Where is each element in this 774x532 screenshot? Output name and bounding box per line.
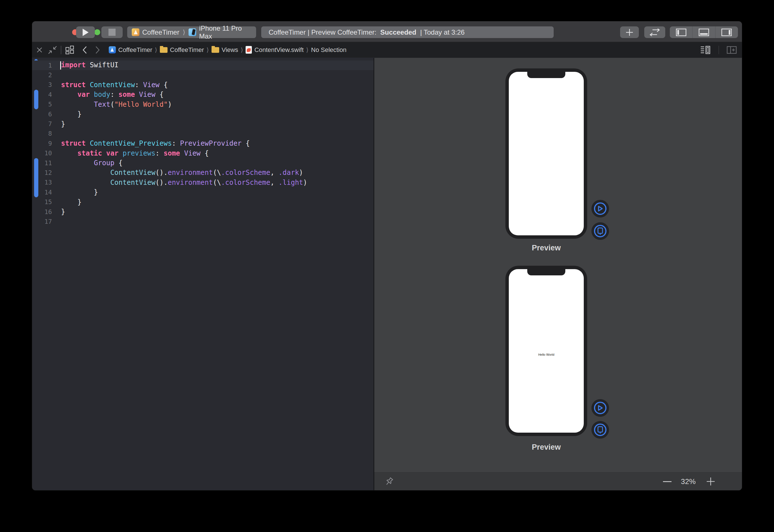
code-review-button[interactable] — [644, 26, 665, 38]
device-icon — [597, 227, 603, 235]
line-number: 8 — [32, 130, 52, 137]
stop-button[interactable] — [101, 26, 123, 38]
breadcrumb-views-group[interactable]: Views — [222, 46, 238, 54]
pin-preview-button[interactable] — [384, 477, 394, 487]
preview-on-device-button-1[interactable] — [591, 222, 609, 240]
code-text: Group { — [61, 159, 123, 167]
line-number: 16 — [32, 208, 52, 215]
zoom-in-button[interactable] — [704, 477, 717, 486]
line-number: 2 — [32, 72, 52, 79]
live-preview-button-1[interactable] — [591, 200, 609, 217]
line-number: 14 — [32, 189, 52, 196]
play-icon — [597, 206, 603, 212]
inspector-panel-icon — [721, 28, 732, 36]
editor-options-icon — [700, 46, 711, 54]
toggle-inspector-button[interactable] — [715, 26, 738, 38]
code-line-13[interactable]: 13 ContentView().environment(\.colorSche… — [32, 178, 374, 187]
live-preview-button-2[interactable] — [591, 399, 609, 417]
related-items-button[interactable] — [65, 45, 75, 55]
code-line-11[interactable]: 11 Group { — [32, 158, 374, 168]
focus-arrows-icon — [48, 46, 57, 54]
code-line-16[interactable]: 16} — [32, 207, 374, 217]
zoom-controls: 32% — [657, 473, 742, 490]
go-forward-button[interactable] — [95, 46, 100, 54]
line-number: 15 — [32, 198, 52, 206]
line-number: 5 — [32, 101, 52, 108]
code-line-14[interactable]: 14 } — [32, 187, 374, 197]
plus-icon — [706, 477, 715, 486]
code-line-2[interactable]: 2 — [32, 70, 374, 80]
code-text: struct ContentView_Previews: PreviewProv… — [61, 139, 250, 147]
breadcrumb-separator: ⟩ — [306, 47, 308, 53]
preview-device-1[interactable] — [505, 68, 587, 239]
code-line-4[interactable]: 4 var body: some View { — [32, 90, 374, 99]
run-button[interactable] — [76, 26, 95, 38]
code-line-8[interactable]: 8 — [32, 129, 374, 139]
toggle-debug-area-button[interactable] — [692, 26, 715, 38]
zoom-window-button[interactable] — [94, 29, 100, 35]
scheme-selector[interactable]: CoffeeTimer ⟩ iPhone 11 Pro Max — [127, 26, 256, 38]
breadcrumb-separator: ⟩ — [206, 47, 209, 53]
editor-options-button[interactable] — [700, 46, 711, 54]
preview-on-device-button-2[interactable] — [591, 421, 609, 439]
code-text: } — [61, 110, 81, 118]
code-line-3[interactable]: 3struct ContentView: View { — [32, 80, 374, 90]
title-bar: CoffeeTimer ⟩ iPhone 11 Pro Max CoffeeTi… — [32, 21, 742, 42]
go-back-button[interactable] — [82, 46, 87, 54]
code-lines: 1import SwiftUI23struct ContentView: Vie… — [32, 58, 374, 490]
line-number: 3 — [32, 81, 52, 88]
breadcrumb-project[interactable]: CoffeeTimer — [118, 46, 152, 54]
jumpbar-divider — [719, 46, 719, 54]
text-cursor — [60, 61, 61, 70]
source-editor[interactable]: 1import SwiftUI23struct ContentView: Vie… — [32, 58, 374, 490]
scheme-device-label: iPhone 11 Pro Max — [199, 24, 252, 40]
breadcrumb-separator: ⟩ — [241, 47, 243, 53]
code-line-12[interactable]: 12 ContentView().environment(\.colorSche… — [32, 168, 374, 177]
code-text: } — [61, 188, 98, 196]
focus-editor-button[interactable] — [48, 46, 57, 54]
scheme-separator: ⟩ — [183, 29, 185, 36]
scheme-project-label: CoffeeTimer — [142, 28, 179, 36]
code-text: } — [61, 198, 81, 206]
folder-icon — [212, 47, 219, 53]
pushpin-icon — [384, 477, 394, 487]
breadcrumb-group[interactable]: CoffeeTimer — [170, 46, 204, 54]
navigator-panel-icon — [676, 28, 687, 36]
code-line-5[interactable]: 5 Text("Hello World") — [32, 100, 374, 109]
device-notch — [527, 72, 565, 78]
zoom-out-button[interactable] — [661, 477, 673, 486]
play-icon — [597, 405, 603, 411]
minus-icon — [663, 481, 672, 482]
code-line-1[interactable]: 1import SwiftUI — [32, 60, 374, 70]
debug-panel-icon — [698, 28, 709, 36]
library-add-button[interactable] — [620, 26, 639, 38]
add-editor-button[interactable] — [727, 46, 737, 54]
close-editor-button[interactable] — [36, 47, 43, 53]
preview-label-1: Preview — [505, 244, 587, 252]
chevron-right-icon — [95, 46, 100, 54]
simulator-device-icon — [189, 28, 196, 36]
line-number: 12 — [32, 169, 52, 176]
device-circle-icon — [594, 424, 606, 436]
toggle-navigator-button[interactable] — [670, 26, 692, 38]
canvas-bottom-bar: 32% — [374, 472, 742, 490]
code-text: ContentView().environment(\.colorScheme,… — [61, 169, 303, 177]
preview-device-2[interactable]: Hello World — [505, 266, 587, 436]
code-line-6[interactable]: 6 } — [32, 109, 374, 119]
breadcrumb-separator: ⟩ — [155, 47, 157, 53]
breadcrumb-file[interactable]: ContentView.swift — [254, 46, 304, 54]
code-line-7[interactable]: 7} — [32, 119, 374, 129]
code-line-9[interactable]: 9struct ContentView_Previews: PreviewPro… — [32, 139, 374, 148]
code-line-15[interactable]: 15 } — [32, 197, 374, 207]
code-line-10[interactable]: 10 static var previews: some View { — [32, 148, 374, 158]
breadcrumb-selection[interactable]: No Selection — [311, 46, 347, 54]
add-editor-icon — [727, 46, 737, 54]
line-number: 10 — [32, 150, 52, 157]
preview-label-2: Preview — [505, 443, 587, 452]
folder-icon — [160, 47, 168, 53]
code-line-17[interactable]: 17 — [32, 217, 374, 226]
line-number: 13 — [32, 179, 52, 186]
close-icon — [36, 47, 43, 53]
code-text: } — [61, 120, 65, 128]
activity-status-bar[interactable]: CoffeeTimer | Preview CoffeeTimer: Succe… — [261, 26, 554, 38]
